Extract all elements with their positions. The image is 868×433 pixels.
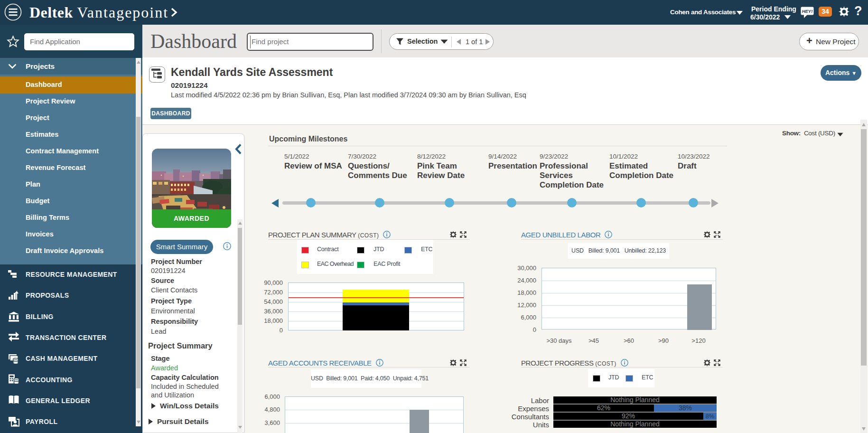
svg-text:HEY!: HEY! [802, 9, 813, 14]
